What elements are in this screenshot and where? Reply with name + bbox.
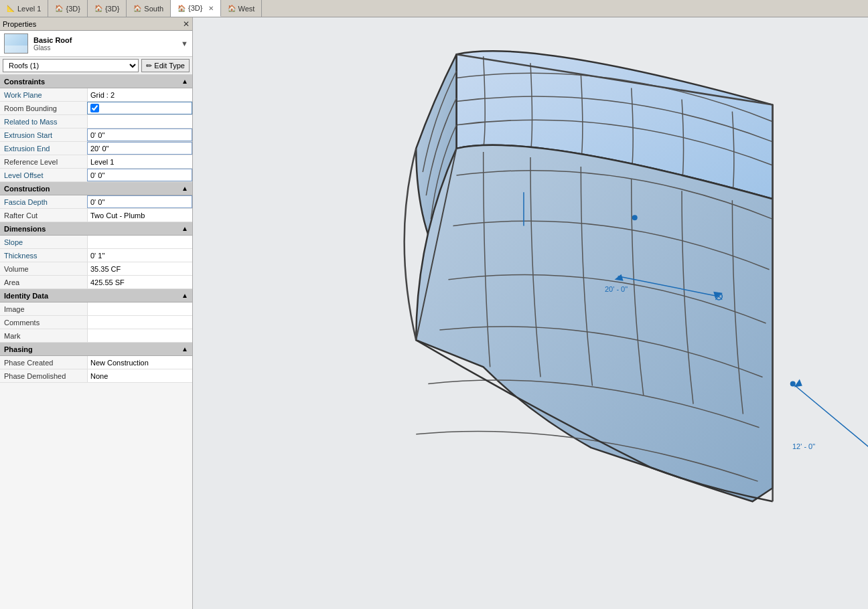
prop-image-label: Image [0,304,87,315]
roof-3d-view [193,17,868,609]
section-construction[interactable]: Construction ▲ [0,182,192,195]
edit-type-button[interactable]: ✏ Edit Type [141,59,190,72]
section-dimensions[interactable]: Dimensions ▲ [0,222,192,236]
tab-icon-3d2: 🏠 [94,5,102,12]
prop-slope-label: Slope [0,237,87,248]
section-dimensions-title: Dimensions [4,225,46,233]
prop-room-bounding: Room Bounding [0,102,192,115]
prop-thickness-value: 0' 1" [87,249,192,262]
properties-close-button[interactable]: ✕ [183,19,190,29]
svg-point-7 [632,215,638,220]
properties-title: Properties [3,20,36,28]
prop-phase-created-value[interactable]: New Construction [87,356,192,369]
prop-area: Area 425.55 SF [0,276,192,289]
prop-related-to-mass: Related to Mass [0,115,192,128]
section-identity-collapse[interactable]: ▲ [182,292,188,299]
prop-reference-level: Reference Level Level 1 [0,155,192,169]
prop-work-plane-value[interactable]: Grid : 2 [87,88,192,101]
tab-icon-south: 🏠 [133,5,141,12]
tab-label-level1: Level 1 [17,5,41,13]
prop-extrusion-end-label: Extrusion End [0,143,87,154]
prop-area-value: 425.55 SF [87,276,192,288]
selector-row: Roofs (1) ✏ Edit Type [0,57,192,75]
prop-comments: Comments [0,316,192,329]
prop-volume-label: Volume [0,264,87,274]
type-main-label: Basic Roof [33,36,72,44]
type-dropdown-arrow[interactable]: ▼ [181,39,188,48]
tab-icon-level1: 📐 [7,5,15,12]
tab-label-west: West [238,5,255,13]
prop-work-plane-label: Work Plane [0,90,87,100]
section-identity-data-title: Identity Data [4,292,48,300]
section-identity-data[interactable]: Identity Data ▲ [0,289,192,302]
prop-phase-demolished-value[interactable]: None [87,369,192,382]
dimension-12ft: 12' - 0" [792,442,815,450]
tab-3d2[interactable]: 🏠 {3D} [88,0,127,17]
tab-south[interactable]: 🏠 South [127,0,171,17]
section-constraints-title: Constraints [4,78,45,86]
prop-level-offset-label: Level Offset [0,170,87,181]
viewport-background: 20' - 0" 12' - 0" [193,17,868,609]
properties-title-bar: Properties ✕ [0,17,192,31]
type-name: Basic Roof Glass [33,36,72,52]
prop-related-to-mass-value [87,115,192,128]
type-preview: Basic Roof Glass ▼ [0,31,192,57]
prop-reference-level-label: Reference Level [0,157,87,167]
section-construction-title: Construction [4,185,50,193]
prop-reference-level-value[interactable]: Level 1 [87,155,192,168]
prop-room-bounding-value[interactable] [87,102,192,114]
prop-work-plane: Work Plane Grid : 2 [0,88,192,102]
section-phasing[interactable]: Phasing ▲ [0,343,192,356]
prop-slope: Slope [0,236,192,249]
tab-icon-3d3: 🏠 [177,5,186,12]
section-constraints[interactable]: Constraints ▲ [0,75,192,88]
prop-phase-demolished: Phase Demolished None [0,369,192,383]
room-bounding-checkbox[interactable] [90,104,99,112]
tab-bar: 📐 Level 1 🏠 {3D} 🏠 {3D} 🏠 South 🏠 {3D} ✕… [0,0,868,17]
tab-label-3d1: {3D} [66,5,80,13]
main-content: Properties ✕ Basic Roof Glass ▼ Roofs (1… [0,17,868,609]
prop-phase-created-label: Phase Created [0,357,87,368]
prop-comments-value[interactable] [87,316,192,329]
prop-mark-value[interactable] [87,329,192,342]
prop-extrusion-end: Extrusion End 20' 0" [0,142,192,155]
properties-scroll[interactable]: Constraints ▲ Work Plane Grid : 2 Room B… [0,75,192,609]
prop-extrusion-start-label: Extrusion Start [0,130,87,141]
tab-3d3[interactable]: 🏠 {3D} ✕ [171,0,220,17]
prop-phase-demolished-label: Phase Demolished [0,371,87,381]
section-phasing-collapse[interactable]: ▲ [182,345,188,353]
section-phasing-title: Phasing [4,345,33,353]
prop-volume: Volume 35.35 CF [0,262,192,276]
tab-close-3d3[interactable]: ✕ [208,5,214,12]
tab-level1[interactable]: 📐 Level 1 [0,0,48,17]
prop-image-value[interactable] [87,302,192,315]
element-selector[interactable]: Roofs (1) [3,59,139,72]
prop-volume-value: 35.35 CF [87,262,192,275]
prop-mark: Mark [0,329,192,343]
tab-3d1[interactable]: 🏠 {3D} [48,0,87,17]
viewport[interactable]: 20' - 0" 12' - 0" [193,17,868,609]
tab-icon-west: 🏠 [228,5,236,12]
edit-type-icon: ✏ [146,62,152,70]
prop-rafter-cut: Rafter Cut Two Cut - Plumb [0,209,192,222]
type-sub-label: Glass [33,44,72,52]
tab-icon-3d1: 🏠 [55,5,63,12]
section-construction-collapse[interactable]: ▲ [182,185,188,192]
tab-label-south: South [144,5,163,13]
prop-extrusion-end-value[interactable]: 20' 0" [87,142,192,155]
prop-rafter-cut-value[interactable]: Two Cut - Plumb [87,209,192,222]
prop-area-label: Area [0,277,87,288]
prop-level-offset: Level Offset 0' 0" [0,169,192,182]
prop-phase-created: Phase Created New Construction [0,356,192,369]
prop-level-offset-value[interactable]: 0' 0" [87,169,192,181]
section-constraints-collapse[interactable]: ▲ [182,78,188,85]
prop-slope-value [87,236,192,248]
tab-west[interactable]: 🏠 West [221,0,263,17]
prop-comments-label: Comments [0,317,87,328]
prop-room-bounding-label: Room Bounding [0,103,87,114]
prop-fascia-depth: Fascia Depth 0' 0" [0,195,192,209]
section-dimensions-collapse[interactable]: ▲ [182,225,188,232]
prop-extrusion-start-value[interactable]: 0' 0" [87,128,192,141]
prop-fascia-depth-value[interactable]: 0' 0" [87,195,192,208]
tab-label-3d2: {3D} [105,5,119,13]
